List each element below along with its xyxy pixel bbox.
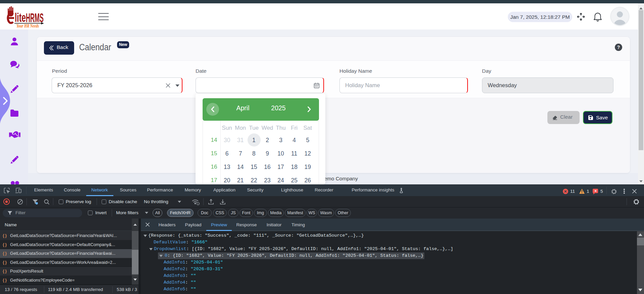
svg-text:Your HR Needs: Your HR Needs [16, 23, 39, 28]
svg-text:lite: lite [15, 11, 26, 24]
svg-text:HRMS: HRMS [26, 11, 44, 25]
